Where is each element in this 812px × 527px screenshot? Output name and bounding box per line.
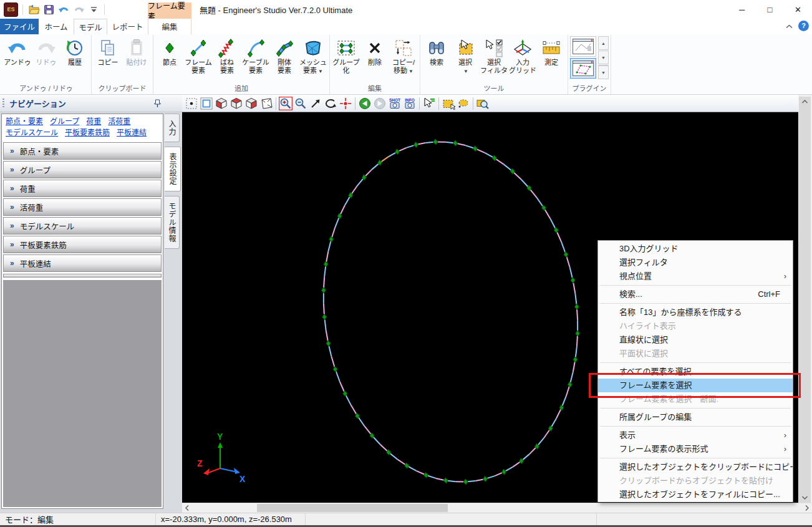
- accordion-section[interactable]: »平板要素鉄筋: [3, 236, 162, 253]
- ribbon-button-copymove[interactable]: コピー/移動▼: [389, 35, 418, 82]
- ribbon-button-cable[interactable]: ケーブル要素: [241, 35, 270, 82]
- nav-link[interactable]: 平板連結: [117, 128, 147, 137]
- ribbon-button-undo[interactable]: アンドゥ: [3, 35, 32, 82]
- menu-item[interactable]: 選択したオブジェクトをクリップボードにコピー: [598, 460, 793, 474]
- lasso-select-icon[interactable]: [456, 96, 471, 111]
- side-tab[interactable]: モデル情報: [165, 196, 180, 249]
- accordion-section[interactable]: »活荷重: [3, 198, 162, 216]
- gallery-down-icon[interactable]: ▼: [598, 51, 609, 64]
- menu-item: クリップボードからオブジェクトを貼付け: [598, 474, 793, 488]
- ribbon-button-node[interactable]: 節点: [155, 35, 184, 82]
- shot-icon[interactable]: SHOT: [387, 96, 402, 111]
- measure-icon: [541, 37, 561, 59]
- tab-3[interactable]: モデル: [74, 19, 107, 34]
- svg-text:X: X: [239, 474, 246, 484]
- orbit-icon[interactable]: [323, 96, 338, 111]
- zoom-region-icon[interactable]: [475, 96, 490, 111]
- accordion-section[interactable]: »荷重: [3, 180, 162, 197]
- scroll-left-icon[interactable]: [182, 503, 192, 513]
- gallery-expand-icon[interactable]: ▼: [598, 65, 609, 79]
- ribbon-button-search[interactable]: 検索: [422, 35, 451, 82]
- minimize-button[interactable]: ─: [728, 0, 756, 19]
- ribbon-button-delete[interactable]: 削除: [360, 35, 389, 82]
- menu-item[interactable]: 検索...Ctrl+F: [598, 288, 793, 301]
- view-iso-icon[interactable]: [214, 96, 229, 111]
- nav-link[interactable]: グループ: [50, 117, 79, 126]
- menu-item[interactable]: フレーム要素の表示形式›: [598, 442, 793, 456]
- ribbon-button-mesh[interactable]: メッシュ要素▼: [299, 35, 327, 82]
- view-front-icon[interactable]: [244, 96, 259, 111]
- ribbon-button-label: 選択▼: [458, 59, 472, 75]
- pick-icon[interactable]: [422, 96, 437, 111]
- gallery-up-icon[interactable]: ▲: [598, 36, 609, 50]
- open-file-icon[interactable]: [27, 3, 40, 16]
- menu-item[interactable]: 所属グループの編集: [598, 410, 793, 424]
- menu-item[interactable]: 選択フィルタ: [598, 256, 793, 269]
- menu-item[interactable]: フレーム要素を選択: [598, 379, 793, 392]
- horizontal-scrollbar[interactable]: [182, 503, 812, 513]
- redo-icon[interactable]: [72, 3, 85, 16]
- accordion-section[interactable]: »節点・要素: [3, 142, 162, 160]
- info-icon[interactable]: INFO: [402, 96, 417, 111]
- vertical-scrollbar[interactable]: [799, 97, 811, 503]
- fit-points-icon[interactable]: [184, 96, 199, 111]
- plugin-thumbnail-1[interactable]: [570, 36, 596, 57]
- box-select-icon[interactable]: [441, 96, 456, 111]
- accordion-section[interactable]: »グループ: [3, 161, 162, 178]
- side-tab[interactable]: 表示設定: [165, 147, 181, 191]
- menu-item[interactable]: 名称「13」から座標系を作成する: [598, 306, 793, 319]
- pin-icon[interactable]: [154, 99, 161, 110]
- menu-item[interactable]: 視点位置›: [598, 269, 793, 283]
- ribbon-button-rigid[interactable]: 剛体要素: [270, 35, 299, 82]
- side-tab[interactable]: 入力: [165, 114, 180, 142]
- nav-link[interactable]: モデルスケール: [6, 128, 58, 137]
- view-perspective-icon[interactable]: [259, 96, 274, 111]
- fit-window-icon[interactable]: [199, 96, 214, 111]
- menu-item[interactable]: 直線状に選択: [598, 333, 793, 347]
- menu-item[interactable]: 表示›: [598, 428, 793, 442]
- tab-5[interactable]: 編集: [148, 19, 191, 34]
- ribbon-button-groupify[interactable]: グループ化: [332, 35, 360, 82]
- ribbon-button-measure[interactable]: 測定: [537, 35, 566, 82]
- ribbon-button-frame[interactable]: フレーム要素: [184, 35, 213, 82]
- ribbon-button-label: 剛体要素: [278, 59, 291, 75]
- nav-link[interactable]: 活荷重: [108, 117, 130, 126]
- customize-dropdown-icon[interactable]: [87, 3, 100, 16]
- ribbon-button-spring[interactable]: ばね要素: [213, 35, 241, 82]
- zoom-out-icon[interactable]: [293, 96, 308, 111]
- ribbon-button-select[interactable]: 選択▼: [451, 35, 480, 82]
- maximize-button[interactable]: □: [756, 0, 784, 19]
- ribbon-button-inputgrid[interactable]: 入力グリッド: [508, 35, 537, 82]
- nav-link[interactable]: 節点・要素: [6, 117, 43, 126]
- close-button[interactable]: ✕: [784, 0, 812, 19]
- pan-icon[interactable]: [308, 96, 323, 111]
- scroll-right-icon[interactable]: [802, 503, 812, 513]
- scroll-down-icon[interactable]: [799, 493, 811, 503]
- app-logo-icon[interactable]: ES: [4, 2, 18, 17]
- collapse-ribbon-icon[interactable]: [786, 20, 793, 31]
- plugin-thumbnail-2-selected[interactable]: [570, 58, 596, 79]
- accordion-section[interactable]: »平板連結: [3, 254, 162, 272]
- ribbon-button-history[interactable]: 履歴: [60, 35, 89, 82]
- scroll-up-icon[interactable]: [799, 97, 811, 107]
- accordion-section[interactable]: »モデルスケール: [3, 217, 162, 234]
- ribbon-button-selectfilter[interactable]: 選択フィルタ: [480, 35, 508, 82]
- undo-icon[interactable]: [57, 3, 70, 16]
- menu-item[interactable]: 選択したオブジェクトをファイルにコピー...: [598, 488, 793, 501]
- nav-link[interactable]: 荷重: [86, 117, 101, 126]
- horizontal-scroll-thumb[interactable]: [257, 504, 448, 512]
- view-top-icon[interactable]: [229, 96, 244, 111]
- ribbon-button-copy[interactable]: コピー: [94, 35, 122, 82]
- orbit-center-icon[interactable]: [338, 96, 353, 111]
- tab-1[interactable]: ファイル: [0, 19, 39, 34]
- help-icon[interactable]: ?: [798, 21, 809, 31]
- view-prev-icon[interactable]: [357, 96, 372, 111]
- zoom-in-active-icon[interactable]: [278, 96, 293, 111]
- drag-grip-icon[interactable]: [2, 99, 4, 109]
- save-icon[interactable]: [42, 3, 55, 16]
- tab-4[interactable]: レポート: [107, 19, 148, 34]
- tab-2[interactable]: ホーム: [39, 19, 74, 34]
- menu-item[interactable]: 3D入力グリッド: [598, 242, 793, 256]
- nav-link[interactable]: 平板要素鉄筋: [65, 128, 110, 137]
- menu-item[interactable]: すべての要素を選択: [598, 365, 793, 379]
